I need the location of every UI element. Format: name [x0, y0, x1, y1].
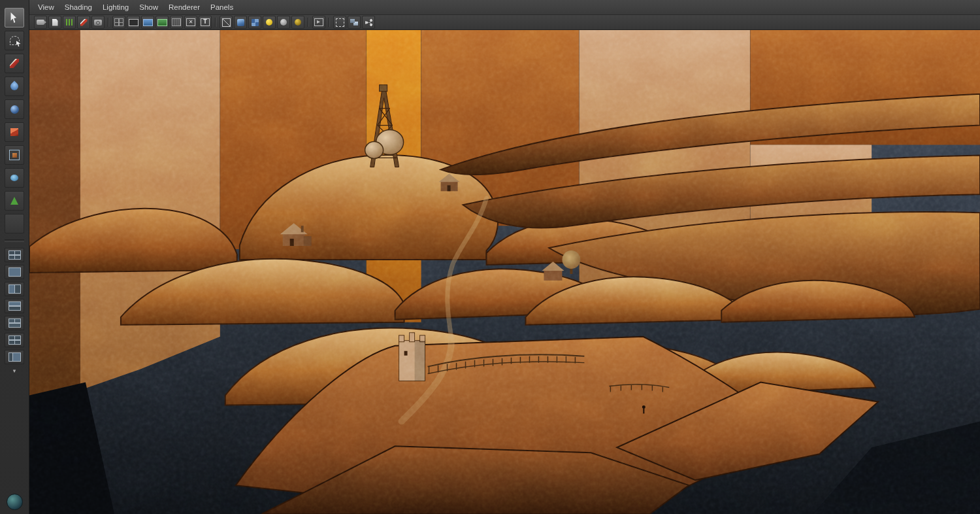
- two-pane-side-layout-icon[interactable]: [5, 282, 24, 296]
- select-tool-icon[interactable]: [5, 8, 24, 27]
- shadows-icon-glyph: [280, 19, 287, 26]
- toolbar-separator: [308, 18, 309, 27]
- menu-item-show[interactable]: Show: [134, 2, 163, 12]
- safe-title-icon-glyph: [201, 18, 210, 26]
- last-tool-icon[interactable]: [5, 214, 24, 233]
- smooth-shade-icon[interactable]: [234, 16, 247, 29]
- xray-icon[interactable]: [333, 16, 346, 29]
- paint-camera-icon[interactable]: [77, 16, 90, 29]
- menu-item-panels[interactable]: Panels: [205, 2, 238, 12]
- field-chart-icon[interactable]: [170, 16, 183, 29]
- universal-manipulator-icon-glyph: [9, 150, 20, 160]
- toolbox-panels: [5, 248, 24, 364]
- viewport-toolbar: [29, 15, 980, 30]
- grid-toggle-icon[interactable]: [112, 16, 125, 29]
- field-chart-icon-glyph: [172, 18, 181, 26]
- safe-action-icon-glyph: [186, 18, 195, 26]
- lasso-tool-icon[interactable]: [5, 31, 24, 50]
- isolate-select-icon[interactable]: [312, 16, 325, 29]
- two-pane-stacked-layout-icon-glyph: [8, 301, 21, 311]
- lasso-tool-icon-glyph: [10, 36, 20, 45]
- show-manipulator-tool-icon[interactable]: [5, 191, 24, 211]
- gate-mask-icon-glyph: [157, 19, 167, 26]
- xray-joints-icon[interactable]: [348, 16, 361, 29]
- sculpt-tool-icon-glyph: [9, 81, 20, 92]
- four-pane-layout-icon-glyph: [8, 335, 21, 345]
- soft-mod-tool-icon-glyph: [10, 175, 18, 181]
- sculpt-tool-icon[interactable]: [5, 77, 24, 96]
- rotate-tool-icon[interactable]: [5, 99, 24, 119]
- resolution-gate-icon-glyph: [143, 19, 153, 26]
- wireframe-icon-glyph: [222, 18, 231, 27]
- toolbox-tools: [5, 8, 24, 233]
- occlusion-icon-glyph: [295, 19, 301, 26]
- more-layouts-caret[interactable]: ▾: [13, 368, 16, 374]
- single-pane-layout-icon[interactable]: [5, 265, 24, 279]
- scale-tool-icon-glyph: [10, 128, 18, 136]
- use-all-lights-icon-glyph: [266, 19, 272, 26]
- xray-joints-icon-glyph: [350, 19, 358, 26]
- outliner-persp-layout-icon[interactable]: [5, 350, 24, 364]
- share-nodes-icon[interactable]: [362, 16, 375, 29]
- show-manipulator-tool-icon-glyph: [10, 197, 18, 205]
- rotate-tool-icon-glyph: [10, 105, 19, 114]
- shadows-icon[interactable]: [277, 16, 290, 29]
- paint-camera-icon-glyph: [80, 19, 88, 26]
- grid-toggle-icon-glyph: [114, 18, 123, 26]
- universal-manipulator-icon[interactable]: [5, 145, 24, 165]
- quad-view-layout-icon-glyph: [8, 250, 21, 260]
- textured-icon[interactable]: [248, 16, 261, 29]
- menu-item-lighting[interactable]: Lighting: [97, 2, 134, 12]
- smooth-shade-icon-glyph: [237, 19, 244, 26]
- texture-overlay: [29, 30, 980, 514]
- isolate-select-icon-glyph: [314, 18, 323, 26]
- safe-action-icon[interactable]: [184, 16, 197, 29]
- wireframe-icon[interactable]: [220, 16, 233, 29]
- menu-item-renderer[interactable]: Renderer: [163, 2, 205, 12]
- channel-chart-icon-glyph: [66, 19, 73, 26]
- toolbox-separator: [5, 239, 24, 242]
- grease-pencil-icon[interactable]: [48, 16, 61, 29]
- xray-icon-glyph: [336, 18, 344, 27]
- three-pane-layout-icon[interactable]: [5, 316, 24, 330]
- share-nodes-icon-glyph: [365, 19, 372, 26]
- select-tool-icon-glyph: [10, 12, 19, 23]
- three-pane-layout-icon-glyph: [8, 318, 21, 328]
- viewport-3d-scene[interactable]: [29, 30, 980, 514]
- soft-mod-tool-icon[interactable]: [5, 168, 24, 188]
- occlusion-icon[interactable]: [291, 16, 304, 29]
- last-tool-icon-glyph: [10, 219, 19, 228]
- toolbar-separator: [329, 18, 330, 27]
- menu-item-view[interactable]: View: [33, 2, 59, 12]
- select-camera-icon[interactable]: [34, 16, 47, 29]
- main-panel: ViewShadingLightingShowRendererPanels: [29, 0, 980, 514]
- four-pane-layout-icon[interactable]: [5, 333, 24, 347]
- menu-item-shading[interactable]: Shading: [59, 2, 97, 12]
- select-camera-icon-glyph: [37, 20, 44, 25]
- toolbar-separator: [215, 18, 216, 27]
- resolution-gate-icon[interactable]: [141, 16, 154, 29]
- outliner-persp-layout-icon-glyph: [8, 352, 21, 362]
- app-window: ▾ ViewShadingLightingShowRendererPanels: [0, 0, 980, 514]
- gate-mask-icon[interactable]: [155, 16, 169, 29]
- film-gate-icon[interactable]: [127, 16, 140, 29]
- single-pane-layout-icon-glyph: [8, 267, 21, 277]
- scale-tool-icon[interactable]: [5, 122, 24, 142]
- maya-logo-icon: [7, 494, 23, 510]
- channel-chart-icon[interactable]: [63, 16, 76, 29]
- safe-title-icon[interactable]: [199, 16, 212, 29]
- use-all-lights-icon[interactable]: [263, 16, 276, 29]
- paint-select-tool-icon[interactable]: [5, 54, 24, 73]
- quad-view-layout-icon[interactable]: [5, 248, 24, 262]
- two-pane-stacked-layout-icon[interactable]: [5, 299, 24, 313]
- camera-lock-icon[interactable]: [91, 16, 105, 29]
- textured-icon-glyph: [252, 19, 259, 26]
- camera-lock-icon-glyph: [94, 20, 102, 26]
- paint-select-tool-icon-glyph: [10, 59, 19, 68]
- film-gate-icon-glyph: [129, 19, 139, 26]
- grease-pencil-icon-glyph: [52, 19, 58, 26]
- toolbar-separator: [108, 18, 109, 27]
- menubar: ViewShadingLightingShowRendererPanels: [29, 0, 980, 15]
- toolbox: ▾: [0, 0, 29, 514]
- viewport-panel: [29, 30, 980, 514]
